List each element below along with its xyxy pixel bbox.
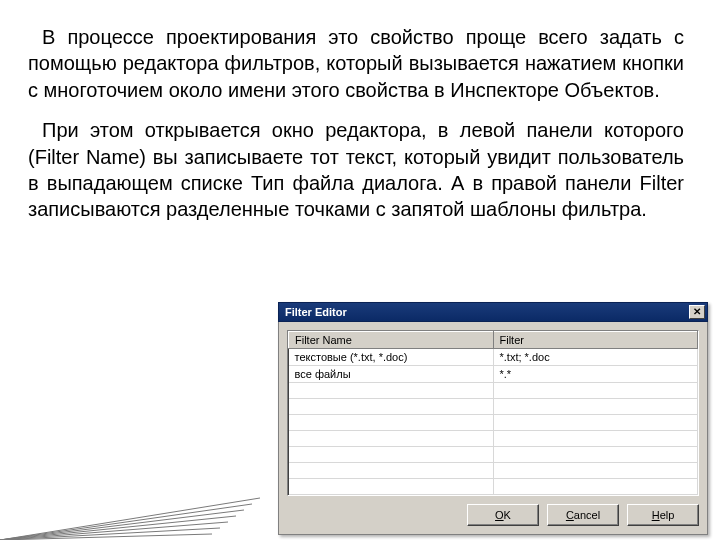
button-row: OK Cancel Help bbox=[287, 504, 699, 526]
cell-filter[interactable]: *.* bbox=[493, 366, 698, 383]
svg-line-4 bbox=[0, 522, 228, 540]
table-row[interactable] bbox=[289, 431, 698, 447]
filter-editor-dialog: Filter Editor ✕ Filter Name Filter bbox=[278, 302, 708, 535]
svg-line-3 bbox=[0, 516, 236, 540]
close-icon: ✕ bbox=[693, 307, 701, 317]
help-button[interactable]: Help bbox=[627, 504, 699, 526]
svg-line-6 bbox=[0, 534, 212, 540]
dialog-title: Filter Editor bbox=[285, 306, 689, 318]
svg-line-2 bbox=[0, 510, 244, 540]
paragraph-1: В процессе проектирования это свойство п… bbox=[28, 24, 684, 103]
cell-name[interactable]: текстовые (*.txt, *.doc) bbox=[289, 349, 494, 366]
page: В процессе проектирования это свойство п… bbox=[0, 0, 720, 540]
paragraph-1-text: В процессе проектирования это свойство п… bbox=[28, 26, 684, 101]
column-header-filter[interactable]: Filter bbox=[493, 332, 698, 349]
cell-name[interactable]: все файлы bbox=[289, 366, 494, 383]
titlebar[interactable]: Filter Editor ✕ bbox=[278, 302, 708, 322]
paragraph-2: При этом открывается окно редактора, в л… bbox=[28, 117, 684, 223]
dialog-body: Filter Name Filter текстовые (*.txt, *.d… bbox=[278, 322, 708, 535]
table-row[interactable] bbox=[289, 463, 698, 479]
table-row[interactable] bbox=[289, 447, 698, 463]
decorative-lines bbox=[0, 440, 260, 540]
grid-header-row: Filter Name Filter bbox=[289, 332, 698, 349]
table-row[interactable] bbox=[289, 415, 698, 431]
svg-line-1 bbox=[0, 504, 252, 540]
filter-grid[interactable]: Filter Name Filter текстовые (*.txt, *.d… bbox=[287, 330, 699, 496]
table-row[interactable] bbox=[289, 399, 698, 415]
column-header-name[interactable]: Filter Name bbox=[289, 332, 494, 349]
svg-line-5 bbox=[0, 528, 220, 540]
ok-button[interactable]: OK bbox=[467, 504, 539, 526]
table-row[interactable] bbox=[289, 479, 698, 495]
table-row[interactable] bbox=[289, 383, 698, 399]
cancel-button[interactable]: Cancel bbox=[547, 504, 619, 526]
cell-filter[interactable]: *.txt; *.doc bbox=[493, 349, 698, 366]
paragraph-2-text: При этом открывается окно редактора, в л… bbox=[28, 119, 684, 220]
svg-line-0 bbox=[0, 498, 260, 540]
table-row[interactable]: текстовые (*.txt, *.doc) *.txt; *.doc bbox=[289, 349, 698, 366]
table-row[interactable]: все файлы *.* bbox=[289, 366, 698, 383]
close-button[interactable]: ✕ bbox=[689, 305, 705, 319]
